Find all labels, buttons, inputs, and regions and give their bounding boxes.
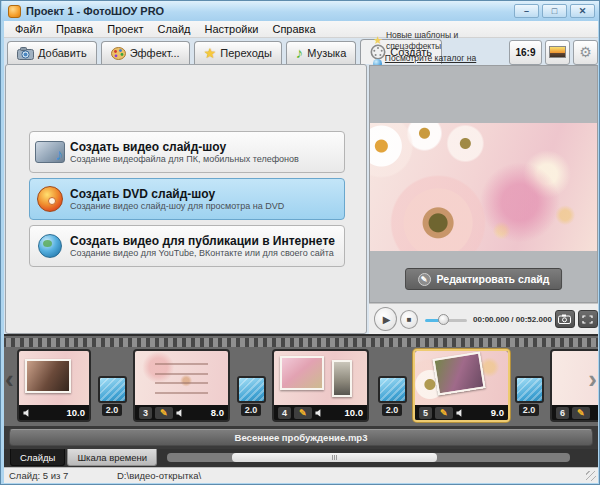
aspect-ratio-button[interactable]: 16:9 (509, 40, 542, 65)
timeline-slide-3[interactable]: 3 ✎ 8.0 (133, 349, 230, 422)
fullscreen-button[interactable] (578, 310, 598, 328)
option-title: Создать видео слайд-шоу (70, 140, 299, 154)
timeline-scrollbar[interactable] (167, 453, 570, 462)
slide-info-bar: 10.0 (19, 405, 89, 420)
timeline-transition[interactable]: 2.0 (514, 376, 544, 416)
timeline-transition[interactable]: 2.0 (236, 376, 266, 416)
close-button[interactable]: ✕ (570, 4, 595, 18)
resize-grip[interactable] (586, 471, 596, 481)
video-film-icon: ♪ (30, 141, 70, 163)
edit-pencil-icon[interactable]: ✎ (294, 407, 312, 419)
scroll-right-arrow[interactable]: › (588, 366, 597, 392)
tab-effects[interactable]: Эффект... (101, 41, 190, 64)
timeline-slide-partial-left[interactable]: 10.0 (17, 349, 91, 422)
option-create-web[interactable]: Создать видео для публикации в Интернете… (29, 225, 345, 267)
promo-title-row: ★ Новые шаблоны и спецэффекты (373, 30, 506, 52)
tab-time-scale[interactable]: Шкала времени (67, 449, 157, 466)
play-button[interactable]: ▶ (374, 307, 397, 331)
tab-effects-label: Эффект... (130, 47, 180, 59)
filmstrip-holes (4, 338, 598, 347)
minimize-button[interactable]: – (514, 4, 539, 18)
tab-transitions-label: Переходы (220, 47, 272, 59)
timeline-transition[interactable]: 2.0 (377, 376, 407, 416)
timeline-slide-5-selected[interactable]: 5 ✎ 9.0 (413, 349, 510, 422)
speaker-icon[interactable] (315, 408, 324, 418)
menu-file[interactable]: Файл (8, 22, 49, 36)
transition-duration: 2.0 (519, 404, 540, 416)
star-icon: ★ (373, 35, 383, 46)
slide-info-bar: 3 ✎ 8.0 (135, 405, 228, 420)
menu-project[interactable]: Проект (100, 22, 150, 36)
gear-icon: ⚙ (579, 44, 592, 60)
menu-bar: Файл Правка Проект Слайд Настройки Справ… (4, 21, 598, 38)
menu-edit[interactable]: Правка (49, 22, 100, 36)
edit-pencil-icon[interactable]: ✎ (435, 407, 453, 419)
app-icon (8, 5, 21, 18)
snapshot-button[interactable] (555, 310, 575, 328)
transition-thumbnail (378, 376, 407, 403)
slide-info-bar: 6 ✎ (552, 405, 598, 420)
promo-title: Новые шаблоны и спецэффекты (386, 30, 506, 52)
music-track-name: Весеннее пробуждение.mp3 (235, 432, 368, 443)
slide-thumbnail (135, 351, 228, 405)
music-row: Весеннее пробуждение.mp3 (4, 426, 598, 449)
slide-duration: 9.0 (491, 407, 504, 418)
option-subtitle: Создание видео для YouTube, ВКонтакте ил… (70, 248, 335, 259)
option-create-dvd[interactable]: Создать DVD слайд-шоу Создание видео сла… (29, 178, 345, 220)
sunset-thumbnail-icon (549, 46, 566, 58)
scroll-left-arrow[interactable]: ‹ (5, 366, 14, 392)
preview-slide-image (370, 123, 597, 251)
timeline-transition[interactable]: 2.0 (97, 376, 127, 416)
option-title: Создать DVD слайд-шоу (70, 187, 284, 201)
app-window: Проект 1 - ФотоШОУ PRO – □ ✕ Файл Правка… (0, 0, 600, 485)
right-column: ★ Новые шаблоны и спецэффекты Посмотрите… (369, 38, 598, 334)
background-image-button[interactable] (545, 40, 570, 65)
slide-thumbnail (415, 351, 508, 405)
tab-transitions[interactable]: ★ Переходы (194, 41, 282, 64)
edit-pencil-icon[interactable]: ✎ (155, 407, 173, 419)
music-track-bar[interactable]: Весеннее пробуждение.mp3 (9, 429, 593, 446)
title-bar: Проект 1 - ФотоШОУ PRO – □ ✕ (2, 1, 599, 21)
timeline-track: 10.0 2.0 3 ✎ 8.0 (4, 349, 598, 422)
edit-pencil-icon[interactable]: ✎ (572, 407, 590, 419)
transition-thumbnail (515, 376, 544, 403)
speaker-icon[interactable] (456, 408, 465, 418)
playback-bar: ▶ ■ 00:00.000 / 00:52.000 (369, 303, 598, 334)
option-title: Создать видео для публикации в Интернете (70, 234, 335, 248)
seek-handle[interactable] (438, 314, 449, 325)
left-column: Добавить Эффект... ★ Переходы ♪ Музыка (5, 39, 368, 334)
window-title: Проект 1 - ФотоШОУ PRO (26, 5, 511, 17)
dvd-disc-icon (30, 186, 70, 212)
fullscreen-icon (582, 315, 593, 324)
workspace: Добавить Эффект... ★ Переходы ♪ Музыка (4, 38, 598, 334)
tab-music[interactable]: ♪ Музыка (286, 41, 356, 64)
tab-add[interactable]: Добавить (7, 41, 97, 64)
menu-slide[interactable]: Слайд (150, 22, 197, 36)
slide-info-bar: 5 ✎ 9.0 (415, 405, 508, 420)
music-note-icon: ♪ (296, 48, 304, 58)
maximize-button[interactable]: □ (542, 4, 567, 18)
transition-thumbnail (237, 376, 266, 403)
slide-number: 4 (278, 407, 291, 419)
preview-area: ✎ Редактировать слайд (369, 65, 598, 303)
scrollbar-thumb[interactable] (232, 453, 437, 462)
camera-icon (17, 47, 34, 60)
transition-duration: 2.0 (382, 404, 403, 416)
camera-icon (558, 314, 571, 324)
menu-settings[interactable]: Настройки (198, 22, 266, 36)
option-create-video[interactable]: ♪ Создать видео слайд-шоу Создание видео… (29, 131, 345, 173)
speaker-icon[interactable] (23, 408, 32, 418)
settings-button[interactable]: ⚙ (573, 40, 598, 65)
transition-duration: 2.0 (102, 404, 123, 416)
tab-slides[interactable]: Слайды (10, 449, 65, 466)
edit-slide-button[interactable]: ✎ Редактировать слайд (405, 268, 563, 290)
speaker-icon[interactable] (176, 408, 185, 418)
palette-icon (111, 47, 126, 60)
stop-button[interactable]: ■ (400, 310, 418, 329)
slide-number: 6 (556, 407, 569, 419)
seek-slider[interactable] (425, 314, 467, 325)
menu-help[interactable]: Справка (265, 22, 322, 36)
bottom-tabs-row: Слайды Шкала времени (4, 449, 598, 467)
timeline-slide-4[interactable]: 4 ✎ 10.0 (272, 349, 369, 422)
slide-duration: 8.0 (211, 407, 224, 418)
